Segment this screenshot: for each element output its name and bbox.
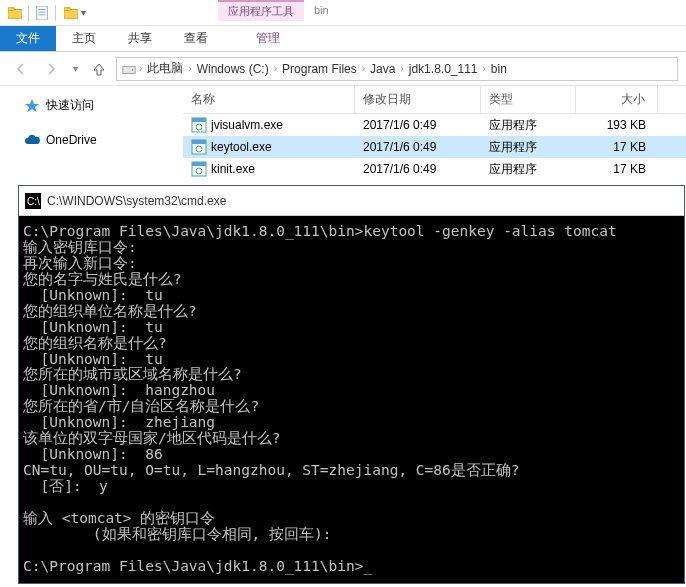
file-name: jvisualvm.exe [211, 118, 283, 132]
tab-manage[interactable]: 管理 [240, 26, 296, 51]
up-button[interactable] [86, 56, 112, 82]
svg-point-9 [132, 69, 134, 71]
tab-view[interactable]: 查看 [168, 26, 224, 51]
header-date[interactable]: 修改日期 [355, 86, 481, 113]
cmd-output[interactable]: C:\Program Files\Java\jdk1.8.0_111\bin>k… [19, 216, 684, 583]
file-row[interactable]: kinit.exe2017/1/6 0:49应用程序17 KB [183, 158, 686, 180]
cmd-title-text: C:\WINDOWS\system32\cmd.exe [47, 194, 226, 208]
svg-rect-17 [192, 162, 206, 166]
svg-rect-1 [8, 7, 14, 10]
recent-dropdown[interactable]: ▾ [68, 56, 82, 82]
crumb-bin[interactable]: bin [488, 62, 510, 76]
file-row[interactable]: jvisualvm.exe2017/1/6 0:49应用程序193 KB [183, 114, 686, 136]
chevron-right-icon: › [398, 63, 405, 74]
context-tab-label: 应用程序工具 [218, 0, 304, 21]
properties-icon[interactable] [31, 2, 53, 24]
file-type: 应用程序 [481, 159, 576, 180]
crumb-drive[interactable]: Windows (C:) [194, 62, 272, 76]
file-row[interactable]: keytool.exe2017/1/6 0:49应用程序17 KB [183, 136, 686, 158]
sidebar-item-onedrive[interactable]: OneDrive [12, 129, 183, 151]
file-name: keytool.exe [211, 140, 272, 154]
sidebar-item-label: OneDrive [46, 133, 97, 147]
new-folder-btn[interactable]: ▾ [58, 4, 92, 22]
sidebar-item-label: 快速访问 [46, 97, 94, 114]
svg-rect-14 [192, 140, 206, 144]
app-icon[interactable] [4, 2, 26, 24]
tab-file[interactable]: 文件 [0, 26, 56, 51]
cmd-window[interactable]: C:\ C:\WINDOWS\system32\cmd.exe C:\Progr… [18, 185, 685, 584]
sidebar-item-quick-access[interactable]: 快速访问 [12, 94, 183, 117]
cmd-icon: C:\ [25, 193, 41, 209]
file-list-header[interactable]: 名称 修改日期 类型 大小 [183, 86, 686, 114]
file-size: 193 KB [576, 116, 658, 134]
exe-icon [191, 117, 207, 133]
file-size: 17 KB [576, 160, 658, 178]
quick-access-toolbar: ▾ 应用程序工具 bin [0, 0, 686, 26]
crumb-jdk[interactable]: jdk1.8.0_111 [406, 62, 481, 76]
cloud-icon [24, 132, 40, 148]
file-type: 应用程序 [481, 137, 576, 158]
chevron-down-icon: ▾ [81, 7, 86, 18]
crumb-pc[interactable]: 此电脑 [144, 60, 186, 77]
file-list: 名称 修改日期 类型 大小 jvisualvm.exe2017/1/6 0:49… [183, 86, 686, 189]
sidebar: 快速访问 OneDrive [0, 86, 183, 189]
chevron-right-icon: › [186, 63, 193, 74]
tab-home[interactable]: 主页 [56, 26, 112, 51]
star-icon [24, 98, 40, 114]
chevron-right-icon: › [360, 63, 367, 74]
file-date: 2017/1/6 0:49 [355, 160, 481, 178]
exe-icon [191, 139, 207, 155]
drive-icon [121, 61, 137, 77]
exe-icon [191, 161, 207, 177]
file-date: 2017/1/6 0:49 [355, 116, 481, 134]
header-size[interactable]: 大小 [576, 86, 658, 113]
breadcrumb[interactable]: › 此电脑 › Windows (C:) › Program Files › J… [116, 57, 678, 81]
svg-rect-7 [64, 7, 70, 10]
chevron-right-icon: › [137, 63, 144, 74]
file-type: 应用程序 [481, 115, 576, 136]
address-bar: ▾ › 此电脑 › Windows (C:) › Program Files ›… [0, 52, 686, 86]
crumb-java[interactable]: Java [367, 62, 398, 76]
header-name[interactable]: 名称 [183, 86, 355, 113]
file-size: 17 KB [576, 138, 658, 156]
svg-rect-11 [192, 118, 206, 122]
forward-button[interactable] [38, 56, 64, 82]
back-button[interactable] [8, 56, 34, 82]
header-type[interactable]: 类型 [481, 86, 576, 113]
chevron-right-icon: › [481, 63, 488, 74]
ribbon-tabs: 文件 主页 共享 查看 管理 [0, 26, 686, 52]
file-name: kinit.exe [211, 162, 255, 176]
crumb-pf[interactable]: Program Files [279, 62, 360, 76]
svg-text:C:\: C:\ [27, 196, 40, 207]
svg-rect-2 [37, 6, 48, 20]
chevron-right-icon: › [272, 63, 279, 74]
folder-name-label: bin [304, 0, 339, 26]
file-date: 2017/1/6 0:49 [355, 138, 481, 156]
cmd-titlebar[interactable]: C:\ C:\WINDOWS\system32\cmd.exe [19, 186, 684, 216]
tab-share[interactable]: 共享 [112, 26, 168, 51]
